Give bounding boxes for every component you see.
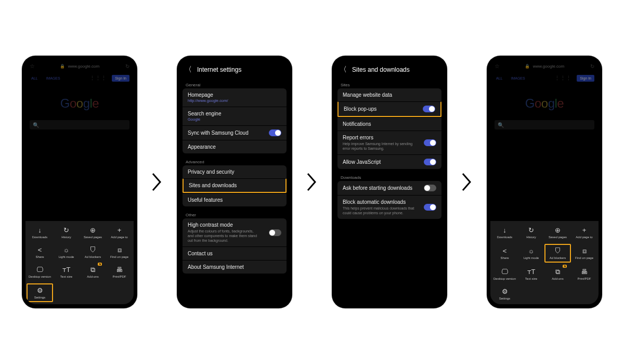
phone-step-2: 〈 Internet settings General Homepage htt…: [177, 56, 292, 308]
find-icon: ⧈: [582, 247, 587, 255]
setting-contact[interactable]: Contact us: [183, 246, 287, 260]
refresh-icon[interactable]: ↻: [590, 63, 594, 69]
menu-history[interactable]: ↻History: [53, 224, 80, 241]
phone-step-4: ☆ 🔒 www.google.com ↻ ALL IMAGES ⋮⋮⋮ Sign…: [487, 56, 602, 308]
menu-desktop-version[interactable]: 🖵Desktop version: [491, 266, 518, 282]
sitesdl-title: Sites and downloads: [352, 66, 410, 73]
menu-settings[interactable]: ⚙Settings: [27, 283, 53, 302]
google-logo: Google: [25, 96, 134, 111]
toggle-allow-js[interactable]: [424, 159, 436, 165]
lock-icon: 🔒: [525, 64, 530, 69]
menu-share[interactable]: <Share: [491, 244, 518, 263]
plus-icon: +: [582, 226, 587, 234]
menu-add-page[interactable]: +Add page to: [571, 224, 597, 241]
menu-ad-blockers[interactable]: ⛉Ad blockers: [544, 244, 571, 263]
menu-add-page[interactable]: +Add page to: [106, 224, 133, 241]
menu-find-on-page[interactable]: ⧈Find on page: [571, 244, 597, 263]
settings-header: 〈 Internet settings: [180, 60, 289, 80]
toggle-high-contrast[interactable]: [269, 229, 281, 236]
menu-desktop-version[interactable]: 🖵Desktop version: [27, 264, 53, 280]
lock-icon: 🔒: [60, 64, 65, 69]
setting-useful[interactable]: Useful features: [183, 193, 287, 206]
download-icon: ↓: [38, 226, 42, 234]
menu-saved-pages[interactable]: ⊕Saved pages: [544, 224, 571, 241]
globe-icon: ⊕: [555, 226, 561, 234]
sun-icon: ☼: [63, 246, 70, 254]
find-icon: ⧈: [118, 246, 122, 254]
apps-grid-icon[interactable]: ⋮⋮⋮: [554, 75, 571, 82]
menu-add-ons[interactable]: ⧉NAdd-ons: [80, 264, 106, 280]
toggle-sync[interactable]: [269, 129, 281, 136]
setting-about[interactable]: About Samsung Internet: [183, 260, 287, 274]
bookmark-star-icon[interactable]: ☆: [30, 63, 35, 70]
phone-step-3: 〈 Sites and downloads Sites Manage websi…: [332, 56, 447, 308]
setting-allow-js[interactable]: Allow JavaScript: [337, 154, 441, 169]
setting-notifications[interactable]: Notifications: [337, 117, 441, 131]
download-icon: ↓: [503, 226, 506, 234]
setting-block-popups[interactable]: Block pop-ups: [337, 101, 441, 117]
setting-ask-before-dl[interactable]: Ask before starting downloads: [337, 181, 441, 195]
menu-light-mode[interactable]: ☼Light mode: [53, 244, 80, 261]
sun-icon: ☼: [528, 247, 535, 255]
gear-icon: ⚙: [37, 287, 43, 294]
menu-downloads[interactable]: ↓Downloads: [27, 224, 53, 241]
menu-text-size[interactable]: ᴛTText size: [53, 264, 80, 280]
url-text: www.google.com: [68, 64, 99, 69]
setting-high-contrast[interactable]: High contrast mode Adjust the colours of…: [183, 218, 287, 246]
menu-history[interactable]: ↻History: [518, 224, 544, 241]
plugin-icon: ⧉: [90, 266, 95, 274]
menu-find-on-page[interactable]: ⧈Find on page: [106, 244, 133, 261]
menu-saved-pages[interactable]: ⊕Saved pages: [80, 224, 106, 241]
plugin-icon: ⧉: [555, 268, 560, 276]
menu-light-mode[interactable]: ☼Light mode: [518, 244, 544, 263]
search-icon: 🔍: [33, 122, 39, 128]
menu-ad-blockers[interactable]: ⛉Ad blockers: [80, 244, 106, 261]
toggle-report-errors[interactable]: [424, 139, 436, 146]
new-badge: N: [98, 263, 102, 266]
browser-menu: ↓Downloads ↻History ⊕Saved pages +Add pa…: [490, 221, 599, 304]
setting-privacy[interactable]: Privacy and security: [183, 165, 287, 178]
tab-images[interactable]: IMAGES: [44, 75, 61, 81]
apps-grid-icon[interactable]: ⋮⋮⋮: [89, 75, 107, 82]
history-icon: ↻: [528, 226, 534, 234]
menu-settings[interactable]: ⚙Settings: [491, 285, 518, 302]
setting-search-engine[interactable]: Search engine Google: [183, 107, 287, 125]
back-icon[interactable]: 〈: [185, 65, 192, 74]
menu-share[interactable]: <Share: [27, 244, 53, 261]
tab-images[interactable]: IMAGES: [509, 75, 526, 81]
shield-icon: ⛉: [89, 246, 96, 254]
search-input[interactable]: 🔍: [30, 120, 129, 129]
toggle-ask-before-dl[interactable]: [424, 185, 436, 191]
phone-step-1: ☆ 🔒 www.google.com ↻ ALL IMAGES ⋮⋮⋮ Sign…: [22, 56, 137, 308]
address-bar[interactable]: ☆ 🔒 www.google.com ↻: [25, 60, 134, 72]
menu-add-ons[interactable]: ⧉NAdd-ons: [544, 266, 571, 282]
menu-print-pdf[interactable]: 🖶Print/PDF: [571, 266, 597, 282]
signin-button[interactable]: Sign In: [112, 75, 129, 82]
setting-block-auto-dl[interactable]: Block automatic downloads This helps pre…: [337, 195, 441, 219]
menu-print-pdf[interactable]: 🖶Print/PDF: [106, 264, 133, 280]
refresh-icon[interactable]: ↻: [125, 63, 129, 69]
tab-all[interactable]: ALL: [30, 75, 39, 81]
gear-icon: ⚙: [502, 288, 508, 295]
menu-downloads[interactable]: ↓Downloads: [491, 224, 518, 241]
monitor-icon: 🖵: [501, 268, 508, 276]
plus-icon: +: [118, 226, 122, 234]
search-input[interactable]: 🔍: [495, 120, 594, 129]
signin-button[interactable]: Sign In: [577, 75, 594, 82]
setting-report-errors[interactable]: Report errors Help improve Samsung Inter…: [337, 131, 441, 154]
setting-sites-downloads[interactable]: Sites and downloads: [183, 178, 287, 193]
print-icon: 🖶: [581, 268, 588, 276]
toggle-block-auto-dl[interactable]: [424, 204, 436, 211]
setting-manage-website-data[interactable]: Manage website data: [337, 88, 441, 101]
address-bar[interactable]: ☆ 🔒 www.google.com ↻: [490, 60, 599, 72]
menu-text-size[interactable]: ᴛTText size: [518, 266, 544, 282]
tab-all[interactable]: ALL: [495, 75, 504, 81]
browser-menu: ↓Downloads ↻History ⊕Saved pages +Add pa…: [25, 221, 134, 304]
setting-homepage[interactable]: Homepage http://www.google.com/: [183, 88, 287, 107]
setting-appearance[interactable]: Appearance: [183, 140, 287, 153]
setting-sync[interactable]: Sync with Samsung Cloud: [183, 125, 287, 140]
section-sites: Sites: [335, 80, 444, 88]
toggle-block-popups[interactable]: [423, 106, 435, 112]
bookmark-star-icon[interactable]: ☆: [495, 63, 500, 70]
back-icon[interactable]: 〈: [340, 65, 347, 74]
